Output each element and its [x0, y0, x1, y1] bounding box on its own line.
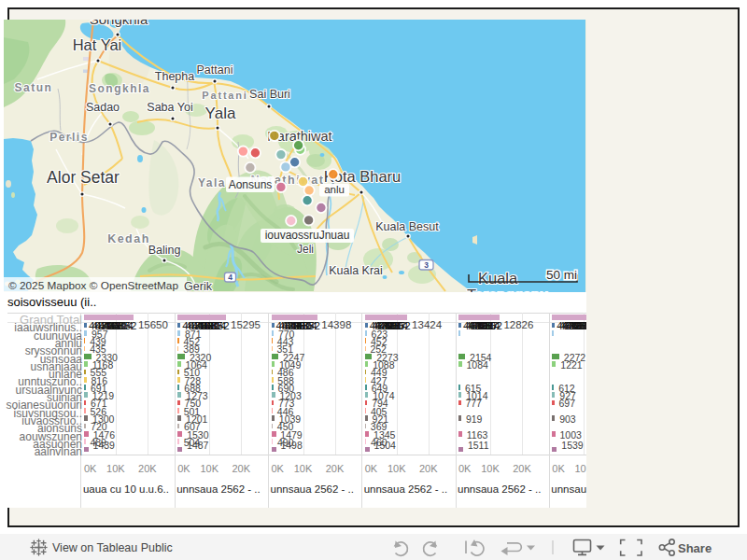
svg-text:Share: Share	[678, 541, 712, 555]
